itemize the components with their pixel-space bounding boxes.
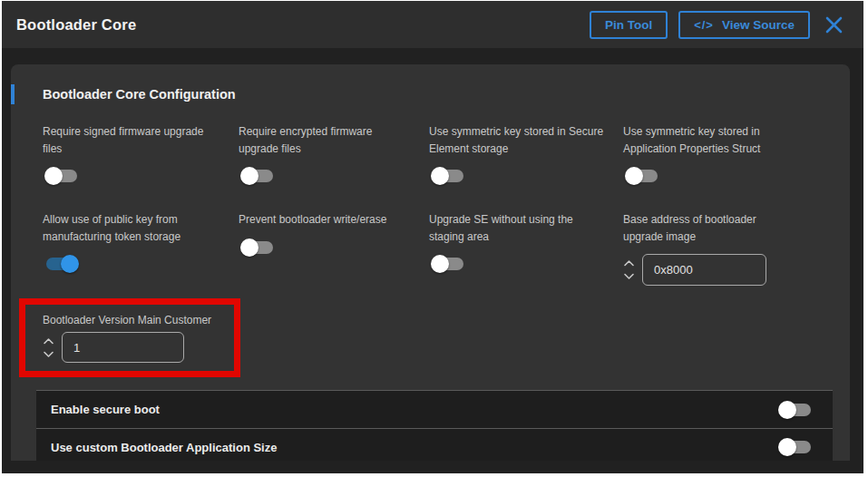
- accordion-row-custom-app-size[interactable]: Use custom Bootloader Application Size: [36, 428, 833, 461]
- setting-label: Bootloader Version Main Customer: [43, 314, 211, 326]
- setting-label: Upgrade SE without using the staging are…: [429, 211, 607, 245]
- view-source-button[interactable]: </> View Source: [678, 11, 810, 39]
- decrement-button[interactable]: [623, 273, 635, 280]
- bootloader-version-input[interactable]: [62, 332, 184, 363]
- view-source-label: View Source: [722, 18, 795, 32]
- decrement-button[interactable]: [43, 351, 54, 358]
- chevron-down-icon: [623, 273, 635, 280]
- toggle-require-signed-upgrade[interactable]: [46, 170, 77, 182]
- titlebar: Bootloader Core Pin Tool </> View Source: [2, 1, 863, 48]
- setting-label: Require signed firmware upgrade files: [43, 123, 222, 157]
- settings-grid: Require signed firmware upgrade files Re…: [43, 119, 850, 295]
- base-address-input[interactable]: [642, 254, 766, 286]
- toggle-symmetric-key-app-properties[interactable]: [627, 170, 658, 182]
- setting-base-address-upgrade-image: Base address of bootloader upgrade image: [623, 207, 810, 295]
- accordion-label: Use custom Bootloader Application Size: [51, 441, 277, 454]
- setting-label: Allow use of public key from manufacturi…: [43, 211, 222, 245]
- setting-public-key-mfg-token: Allow use of public key from manufacturi…: [43, 207, 239, 295]
- highlight-red-box: Bootloader Version Main Customer: [19, 298, 240, 377]
- setting-require-signed-upgrade: Require signed firmware upgrade files: [43, 119, 239, 207]
- toggle-custom-app-size[interactable]: [780, 441, 811, 453]
- section-accent-bar: [11, 84, 15, 104]
- close-button[interactable]: [824, 15, 844, 34]
- toggle-knob: [61, 255, 79, 273]
- pin-tool-label: Pin Tool: [605, 18, 652, 32]
- setting-label: Use symmetric key stored in Application …: [623, 123, 794, 157]
- base-address-input-group: [623, 254, 766, 286]
- section-title: Bootloader Core Configuration: [43, 87, 236, 102]
- increment-button[interactable]: [623, 259, 635, 267]
- setting-label: Require encrypted firmware upgrade files: [239, 123, 413, 157]
- close-icon: [824, 15, 844, 34]
- spinner-buttons: [623, 259, 635, 280]
- setting-label: Prevent bootloader write/erase: [239, 211, 386, 229]
- configuration-panel: Bootloader Core Configuration Require si…: [11, 64, 850, 461]
- toggle-knob: [431, 255, 449, 273]
- setting-require-encrypted-upgrade: Require encrypted firmware upgrade files: [239, 119, 429, 207]
- toggle-symmetric-key-se-storage[interactable]: [433, 170, 463, 182]
- setting-upgrade-se-no-staging: Upgrade SE without using the staging are…: [429, 207, 623, 295]
- setting-symmetric-key-se-storage: Use symmetric key stored in Secure Eleme…: [429, 119, 623, 207]
- toggle-upgrade-se-no-staging[interactable]: [433, 258, 463, 270]
- setting-label: Use symmetric key stored in Secure Eleme…: [429, 123, 607, 157]
- toggle-enable-secure-boot[interactable]: [780, 404, 811, 416]
- spinner-buttons: [43, 337, 54, 358]
- chevron-down-icon: [43, 351, 54, 358]
- accordion-label: Enable secure boot: [51, 403, 160, 416]
- bootloader-version-input-group: [43, 332, 234, 363]
- toggle-knob: [778, 401, 796, 419]
- toggle-require-encrypted-upgrade[interactable]: [242, 170, 273, 182]
- section-header: Bootloader Core Configuration: [11, 84, 850, 104]
- accordion-section: Enable secure boot Use custom Bootloader…: [36, 390, 833, 461]
- toggle-knob: [778, 438, 796, 456]
- toggle-public-key-mfg-token[interactable]: [46, 258, 77, 270]
- setting-symmetric-key-app-properties: Use symmetric key stored in Application …: [623, 119, 810, 207]
- setting-label: Base address of bootloader upgrade image: [623, 211, 794, 245]
- chevron-up-icon: [623, 259, 635, 267]
- toggle-knob: [431, 167, 449, 185]
- pin-tool-button[interactable]: Pin Tool: [590, 11, 668, 39]
- toggle-knob: [44, 167, 63, 185]
- accordion-row-enable-secure-boot[interactable]: Enable secure boot: [36, 390, 833, 428]
- toggle-knob: [240, 238, 258, 257]
- chevron-up-icon: [43, 337, 54, 345]
- increment-button[interactable]: [43, 337, 54, 345]
- dialog-title: Bootloader Core: [16, 16, 136, 34]
- bootloader-core-dialog: Bootloader Core Pin Tool </> View Source…: [2, 1, 863, 473]
- toggle-knob: [240, 167, 258, 185]
- setting-prevent-write-erase: Prevent bootloader write/erase: [239, 207, 429, 295]
- toggle-prevent-write-erase[interactable]: [242, 241, 273, 254]
- toggle-knob: [625, 167, 643, 185]
- code-icon: </>: [694, 18, 714, 32]
